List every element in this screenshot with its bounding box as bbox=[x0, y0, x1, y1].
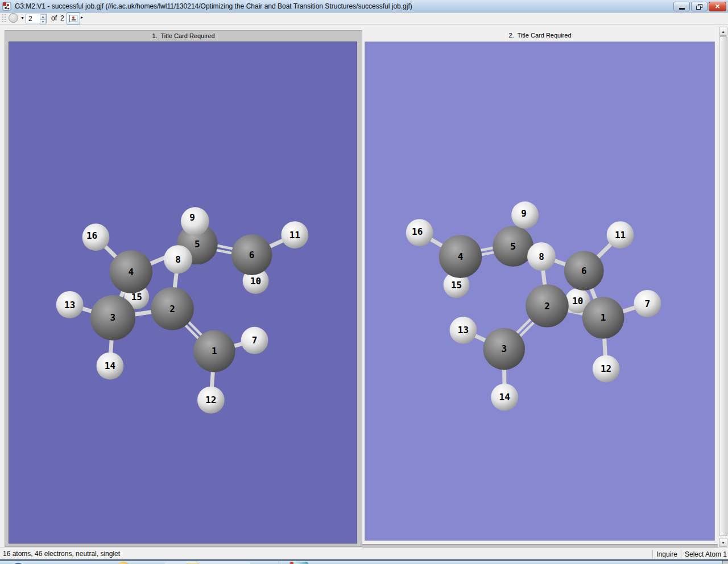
frame-toolbar: ▼ 2 ▲ ▼ of 2 ▸ bbox=[0, 13, 728, 25]
atom-C2[interactable] bbox=[151, 287, 194, 330]
atom-C1[interactable] bbox=[582, 297, 624, 339]
molecule-viewport-2[interactable]: 12345678910111213141516 bbox=[365, 42, 715, 541]
frame-panel-2: 2. Title Card Required 12345678910111213… bbox=[362, 30, 718, 544]
atom-C4[interactable] bbox=[109, 250, 152, 293]
frame-number-input[interactable]: 2 bbox=[28, 15, 32, 23]
gaussview-window: G3:M2:V1 - successful job.gjf (//ic.ac.u… bbox=[0, 0, 728, 564]
restore-icon bbox=[696, 4, 702, 10]
atom-H12[interactable] bbox=[197, 387, 225, 414]
atom-C4[interactable] bbox=[439, 235, 482, 278]
atom-H12[interactable] bbox=[593, 355, 620, 383]
frame-chooser-side-arrow-icon: ▸ bbox=[81, 15, 83, 20]
frame-spinner[interactable]: 2 ▲ ▼ bbox=[26, 14, 47, 23]
spin-up-icon[interactable]: ▲ bbox=[40, 14, 46, 19]
frame-chooser-button[interactable] bbox=[67, 13, 80, 24]
frame-1-title: 1. Title Card Required bbox=[5, 31, 362, 42]
close-icon: ✕ bbox=[715, 3, 720, 10]
atom-H13[interactable] bbox=[450, 317, 477, 344]
atom-H16[interactable] bbox=[406, 219, 433, 246]
atom-C2[interactable] bbox=[526, 284, 569, 327]
atom-C3[interactable] bbox=[483, 328, 525, 370]
status-bar: 16 atoms, 46 electrons, neutral, singlet… bbox=[0, 548, 728, 559]
scroll-down-icon[interactable]: ▼ bbox=[719, 538, 727, 547]
taskbar-app-icon[interactable] bbox=[289, 562, 308, 564]
atom-C1[interactable] bbox=[193, 330, 235, 372]
atom-H11[interactable] bbox=[607, 221, 634, 248]
status-separator bbox=[652, 550, 653, 558]
atom-H7[interactable] bbox=[241, 327, 268, 354]
status-molecule-info: 16 atoms, 46 electrons, neutral, singlet bbox=[3, 550, 120, 558]
start-orb-icon[interactable] bbox=[10, 562, 26, 564]
scrollbar-thumb[interactable] bbox=[719, 36, 727, 536]
atom-H14[interactable] bbox=[491, 384, 518, 411]
close-button[interactable]: ✕ bbox=[709, 2, 726, 11]
atom-H11[interactable] bbox=[281, 221, 308, 248]
status-inquire-mode: Inquire bbox=[656, 550, 677, 558]
pinned-app-button[interactable] bbox=[165, 562, 250, 564]
restore-button[interactable] bbox=[691, 2, 708, 11]
atom-H14[interactable] bbox=[96, 353, 123, 380]
atom-C6[interactable] bbox=[231, 234, 272, 275]
atom-H13[interactable] bbox=[56, 291, 84, 318]
atom-H8[interactable] bbox=[527, 242, 556, 271]
atom-H8[interactable] bbox=[164, 245, 192, 273]
frame-total-label: 2 bbox=[60, 14, 64, 22]
show-desktop-button[interactable] bbox=[722, 561, 728, 564]
windows-taskbar[interactable] bbox=[0, 559, 728, 564]
vertical-scrollbar[interactable]: ▲ ▼ bbox=[718, 26, 727, 548]
frame-dropdown-arrow-icon[interactable]: ▼ bbox=[20, 16, 24, 20]
spin-down-icon[interactable]: ▼ bbox=[40, 19, 46, 24]
minimize-button[interactable] bbox=[673, 2, 690, 11]
frame-panel-1: 1. Title Card Required 12345678910111213… bbox=[5, 30, 362, 547]
gaussview-app-icon bbox=[2, 2, 11, 11]
taskbar-divider bbox=[279, 561, 279, 564]
status-separator bbox=[681, 550, 681, 558]
status-select-atom: Select Atom 1 bbox=[685, 550, 727, 558]
atom-C6[interactable] bbox=[564, 251, 604, 291]
main-area: 1. Title Card Required 12345678910111213… bbox=[0, 25, 728, 548]
atom-C3[interactable] bbox=[90, 295, 136, 341]
frame-2-title: 2. Title Card Required bbox=[362, 30, 718, 41]
atom-H16[interactable] bbox=[82, 223, 110, 251]
window-title: G3:M2:V1 - successful job.gjf (//ic.ac.u… bbox=[15, 2, 412, 10]
toolbar-grip[interactable] bbox=[2, 14, 3, 23]
atom-H9[interactable] bbox=[511, 201, 539, 229]
browser-icon[interactable] bbox=[117, 562, 130, 564]
frame-chooser-icon bbox=[69, 15, 77, 22]
molecule-viewport-1[interactable]: 12345678910111213141516 bbox=[9, 42, 357, 544]
atom-C5[interactable] bbox=[493, 226, 533, 267]
minimize-icon bbox=[679, 8, 685, 10]
toolbar-grip-2[interactable] bbox=[5, 14, 6, 23]
frame-indicator-icon bbox=[9, 13, 18, 23]
of-label: of bbox=[51, 14, 57, 22]
atom-H9[interactable] bbox=[181, 207, 209, 235]
title-bar[interactable]: G3:M2:V1 - successful job.gjf (//ic.ac.u… bbox=[0, 0, 728, 13]
scroll-up-icon[interactable]: ▲ bbox=[719, 27, 727, 36]
atom-H7[interactable] bbox=[634, 290, 661, 317]
